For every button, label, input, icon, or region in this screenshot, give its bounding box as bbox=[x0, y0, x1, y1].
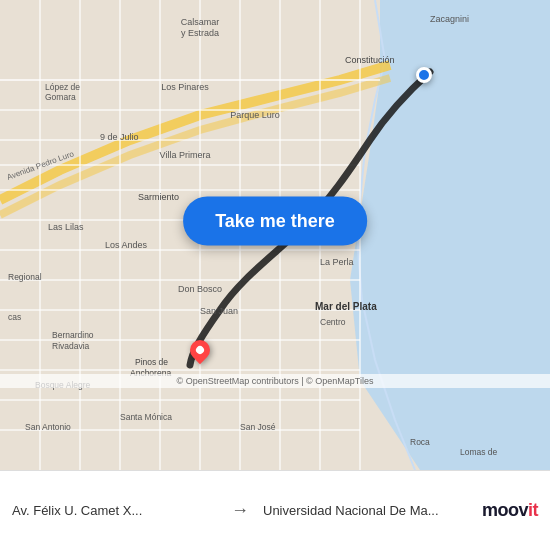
svg-text:Centro: Centro bbox=[320, 317, 346, 327]
route-to: Universidad Nacional De Ma... bbox=[263, 503, 468, 518]
origin-pin bbox=[416, 67, 432, 83]
svg-text:Las Lilas: Las Lilas bbox=[48, 222, 84, 232]
moovit-brand-text: moovit bbox=[482, 500, 538, 521]
svg-text:San Juan: San Juan bbox=[200, 306, 238, 316]
arrow-right-icon: → bbox=[231, 500, 249, 521]
svg-text:Sarmiento: Sarmiento bbox=[138, 192, 179, 202]
take-me-there-button[interactable]: Take me there bbox=[183, 196, 367, 245]
svg-text:Zacagnini: Zacagnini bbox=[430, 14, 469, 24]
route-from: Av. Félix U. Camet X... bbox=[12, 503, 217, 518]
route-to-value: Universidad Nacional De Ma... bbox=[263, 503, 468, 518]
svg-text:Mar del Plata: Mar del Plata bbox=[315, 301, 377, 312]
svg-text:Parque Luro: Parque Luro bbox=[230, 110, 280, 120]
svg-text:Don Bosco: Don Bosco bbox=[178, 284, 222, 294]
svg-text:López de: López de bbox=[45, 82, 80, 92]
svg-text:y Estrada: y Estrada bbox=[181, 28, 219, 38]
svg-text:Constitución: Constitución bbox=[345, 55, 395, 65]
svg-text:Los Pinares: Los Pinares bbox=[161, 82, 209, 92]
svg-text:Regional: Regional bbox=[8, 272, 42, 282]
svg-text:Los Andes: Los Andes bbox=[105, 240, 148, 250]
svg-text:Calsamar: Calsamar bbox=[181, 17, 220, 27]
bottom-bar: Av. Félix U. Camet X... → Universidad Na… bbox=[0, 470, 550, 550]
svg-text:cas: cas bbox=[8, 312, 21, 322]
osm-attribution: © OpenStreetMap contributors | © OpenMap… bbox=[0, 374, 550, 388]
svg-text:San Antonio: San Antonio bbox=[25, 422, 71, 432]
moovit-logo: moovit bbox=[482, 500, 538, 521]
svg-text:Lomas de: Lomas de bbox=[460, 447, 498, 457]
svg-text:Bernardino: Bernardino bbox=[52, 330, 94, 340]
svg-text:Villa Primera: Villa Primera bbox=[160, 150, 211, 160]
svg-text:Rivadavia: Rivadavia bbox=[52, 341, 90, 351]
svg-text:Pinos de: Pinos de bbox=[135, 357, 168, 367]
svg-text:San José: San José bbox=[240, 422, 276, 432]
svg-text:La Perla: La Perla bbox=[320, 257, 354, 267]
svg-text:Santa Mónica: Santa Mónica bbox=[120, 412, 172, 422]
svg-text:Roca: Roca bbox=[410, 437, 430, 447]
svg-text:9 de Julio: 9 de Julio bbox=[100, 132, 139, 142]
svg-text:Gomara: Gomara bbox=[45, 92, 76, 102]
map-container: Calsamar y Estrada Zacagnini Constitució… bbox=[0, 0, 550, 470]
route-from-value: Av. Félix U. Camet X... bbox=[12, 503, 217, 518]
